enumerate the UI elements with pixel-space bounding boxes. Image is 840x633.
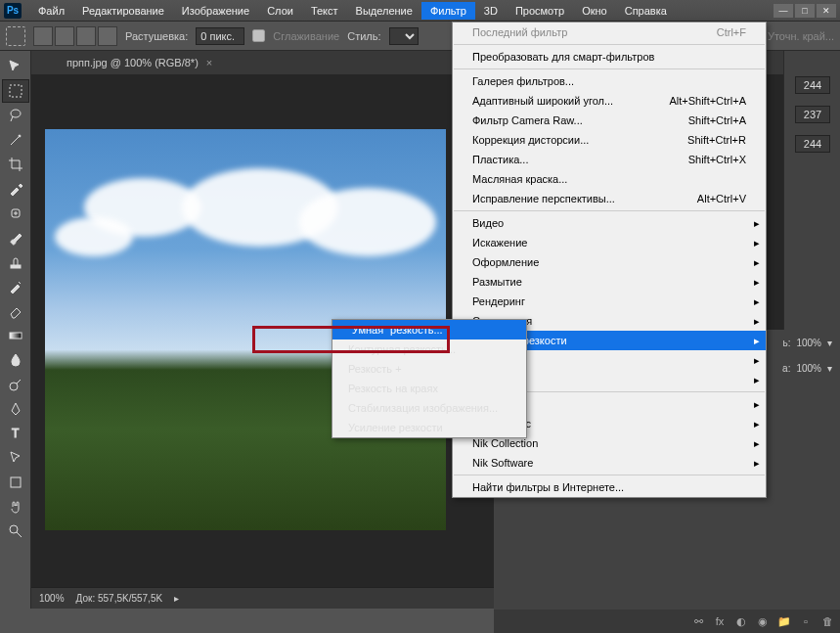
filter-item[interactable]: Nik Software bbox=[453, 453, 766, 473]
fx-icon[interactable]: fx bbox=[713, 614, 727, 628]
menu-редактирование[interactable]: Редактирование bbox=[73, 2, 173, 20]
menu-текст[interactable]: Текст bbox=[302, 2, 347, 20]
opacity-value[interactable]: 100% bbox=[796, 338, 821, 348]
menu-файл[interactable]: Файл bbox=[29, 2, 73, 20]
doc-arrow-icon[interactable]: ▸ bbox=[174, 593, 179, 604]
adjustment-icon[interactable]: ◉ bbox=[756, 614, 770, 628]
fill-value[interactable]: 100% bbox=[796, 363, 821, 374]
marquee-tool-icon[interactable] bbox=[6, 26, 25, 46]
color-input-2[interactable] bbox=[795, 135, 830, 153]
eyedropper-tool[interactable] bbox=[2, 177, 29, 201]
lasso-tool[interactable] bbox=[2, 104, 29, 127]
sharpen-item[interactable]: "Умная" резкость... bbox=[332, 320, 526, 339]
color-input-1[interactable] bbox=[795, 106, 830, 123]
sharpen-item[interactable]: Стабилизация изображения... bbox=[332, 398, 526, 418]
move-tool[interactable] bbox=[2, 55, 29, 78]
tools-panel: T bbox=[0, 51, 31, 609]
selection-intersect-icon[interactable] bbox=[98, 26, 117, 46]
color-input-0[interactable] bbox=[795, 76, 830, 94]
svg-rect-0 bbox=[10, 85, 22, 97]
eraser-tool[interactable] bbox=[2, 299, 29, 323]
menu-просмотр[interactable]: Просмотр bbox=[507, 2, 573, 20]
shape-tool[interactable] bbox=[2, 471, 29, 494]
crop-tool[interactable] bbox=[2, 153, 29, 176]
new-layer-icon[interactable]: ▫ bbox=[799, 614, 813, 628]
marquee-tool[interactable] bbox=[2, 79, 29, 103]
dropdown-icon[interactable]: ▾ bbox=[827, 338, 832, 348]
maximize-button[interactable]: □ bbox=[795, 4, 815, 18]
gradient-tool[interactable] bbox=[2, 324, 29, 347]
color-field-1 bbox=[795, 106, 830, 123]
zoom-value[interactable]: 100% bbox=[39, 593, 65, 604]
style-select[interactable] bbox=[389, 27, 419, 45]
filter-item[interactable]: Адаптивный широкий угол...Alt+Shift+Ctrl… bbox=[453, 91, 766, 111]
filter-item[interactable]: Коррекция дисторсии...Shift+Ctrl+R bbox=[453, 130, 766, 150]
menubar: ФайлРедактированиеИзображениеСлоиТекстВы… bbox=[29, 2, 774, 20]
minimize-button[interactable]: — bbox=[774, 4, 793, 18]
svg-rect-4 bbox=[11, 265, 21, 268]
zoom-tool[interactable] bbox=[2, 520, 29, 543]
menu-изображение[interactable]: Изображение bbox=[173, 2, 258, 20]
selection-new-icon[interactable] bbox=[33, 26, 53, 46]
filter-item[interactable]: Галерея фильтров... bbox=[453, 71, 766, 91]
sharpen-item[interactable]: Усиление резкости bbox=[332, 418, 526, 437]
brush-tool[interactable] bbox=[2, 226, 29, 249]
svg-rect-5 bbox=[10, 333, 22, 339]
svg-point-9 bbox=[10, 525, 18, 533]
app-logo: Ps bbox=[4, 3, 22, 19]
dodge-tool[interactable] bbox=[2, 373, 29, 396]
filter-item[interactable]: Найти фильтры в Интернете... bbox=[453, 477, 766, 497]
path-select-tool[interactable] bbox=[2, 446, 29, 470]
filter-item[interactable]: Рендеринг bbox=[453, 292, 766, 311]
menu-справка[interactable]: Справка bbox=[616, 2, 676, 20]
hand-tool[interactable] bbox=[2, 495, 29, 519]
color-field-2 bbox=[795, 135, 830, 153]
menu-3d[interactable]: 3D bbox=[475, 2, 507, 20]
filter-item[interactable]: Фильтр Camera Raw...Shift+Ctrl+A bbox=[453, 111, 766, 130]
sharpen-item[interactable]: Резкость + bbox=[332, 359, 526, 379]
magic-wand-tool[interactable] bbox=[2, 128, 29, 152]
filter-item[interactable]: Видео bbox=[453, 213, 766, 233]
svg-text:T: T bbox=[12, 427, 20, 440]
pen-tool[interactable] bbox=[2, 397, 29, 421]
trash-icon[interactable]: 🗑 bbox=[820, 614, 834, 628]
sharpen-submenu: "Умная" резкость...Контурная резкость...… bbox=[332, 319, 527, 438]
filter-item[interactable]: Масляная краска... bbox=[453, 169, 766, 189]
filter-item[interactable]: Преобразовать для смарт-фильтров bbox=[453, 47, 766, 67]
svg-point-6 bbox=[10, 383, 18, 390]
smoothing-checkbox[interactable] bbox=[252, 29, 265, 42]
filter-item[interactable]: Пластика...Shift+Ctrl+X bbox=[453, 150, 766, 169]
filter-item[interactable]: Размытие bbox=[453, 272, 766, 292]
filter-item[interactable]: Искажение bbox=[453, 233, 766, 252]
document-title: прпп.jpg @ 100% (RGB/8*) bbox=[66, 57, 199, 68]
healing-tool[interactable] bbox=[2, 202, 29, 225]
feather-input[interactable] bbox=[196, 27, 244, 45]
folder-icon[interactable]: 📁 bbox=[777, 614, 791, 628]
refine-edge-button[interactable]: Уточн. край... bbox=[768, 30, 834, 42]
filter-item: Последний фильтрCtrl+F bbox=[453, 23, 766, 42]
svg-rect-8 bbox=[11, 477, 21, 487]
menu-фильтр[interactable]: Фильтр bbox=[421, 2, 475, 20]
selection-add-icon[interactable] bbox=[55, 26, 74, 46]
filter-item[interactable]: Оформление bbox=[453, 252, 766, 272]
sharpen-item[interactable]: Контурная резкость... bbox=[332, 339, 526, 359]
close-button[interactable]: ✕ bbox=[817, 4, 836, 18]
opacity-label: ь: bbox=[782, 338, 790, 348]
mask-icon[interactable]: ◐ bbox=[734, 614, 748, 628]
feather-label: Растушевка: bbox=[125, 30, 188, 42]
menu-окно[interactable]: Окно bbox=[573, 2, 616, 20]
blur-tool[interactable] bbox=[2, 348, 29, 372]
history-brush-tool[interactable] bbox=[2, 275, 29, 298]
stamp-tool[interactable] bbox=[2, 250, 29, 274]
fill-label: а: bbox=[782, 363, 790, 374]
filter-item[interactable]: Исправление перспективы...Alt+Ctrl+V bbox=[453, 189, 766, 208]
sharpen-item[interactable]: Резкость на краях bbox=[332, 379, 526, 398]
type-tool[interactable]: T bbox=[2, 422, 29, 445]
dropdown-icon[interactable]: ▾ bbox=[827, 363, 832, 374]
selection-subtract-icon[interactable] bbox=[76, 26, 96, 46]
menu-выделение[interactable]: Выделение bbox=[347, 2, 421, 20]
close-tab-icon[interactable]: × bbox=[206, 57, 212, 68]
menu-слои[interactable]: Слои bbox=[258, 2, 302, 20]
svg-point-2 bbox=[19, 135, 21, 137]
link-icon[interactable]: ⚯ bbox=[691, 614, 705, 628]
